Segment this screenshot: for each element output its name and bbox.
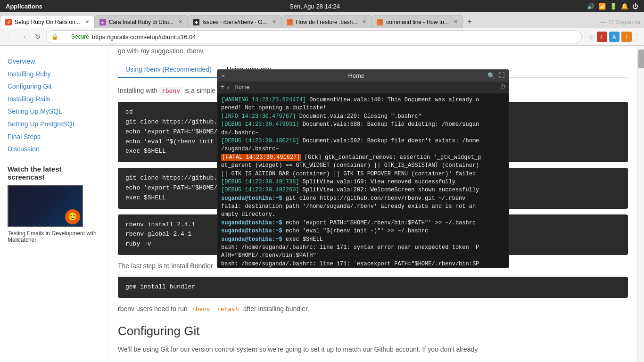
t-info-1: [INFO 14:23:30.479767]	[221, 113, 296, 120]
main-layout: Overview Installing Ruby Configuring Git…	[0, 46, 644, 362]
tab-gorails[interactable]: ⚡ Setup Ruby On Rails on... ✕	[0, 15, 94, 28]
tab-close-3[interactable]: ✕	[272, 19, 276, 25]
git-text: We'll be using Git for our version contr…	[118, 344, 628, 354]
browser-chrome: ⚡ Setup Ruby On Rails on... ✕ ◈ Cara Ins…	[0, 12, 644, 46]
new-tab-button[interactable]: +	[463, 15, 476, 28]
more-options-icon[interactable]: ⋮	[634, 33, 640, 41]
terminal-line-1: [WARNING 14:23:23.624474] DocumentView.v…	[221, 96, 505, 104]
install-text-1: Installing with	[118, 87, 157, 94]
terminal-line-10: || GTK_IS_ACTION_BAR (container) || GTK_…	[221, 170, 505, 178]
address-bar[interactable]: 🔒 Secure	[46, 30, 582, 43]
forward-button[interactable]: →	[18, 31, 29, 42]
terminal-line-13: suganda@toshiba:~$ git clone https://git…	[221, 195, 505, 203]
tab-close-4[interactable]: ✕	[362, 19, 366, 25]
main-content: go with my suggestion, rbenv. Using rben…	[108, 46, 637, 362]
wifi-icon[interactable]: 📶	[598, 3, 606, 10]
terminal-expand-icon[interactable]: ⛶	[499, 72, 505, 79]
terminal-left-icons: ✕	[221, 72, 225, 80]
sidebar-item-installing-rails[interactable]: Installing Rails	[8, 93, 100, 106]
terminal-new-tab-button[interactable]: +	[220, 83, 225, 91]
rehash-inline: rehash	[215, 305, 241, 313]
minimize-button[interactable]: —	[600, 18, 606, 25]
terminal-line-2: pened! Not opening a duplicate!	[221, 104, 505, 112]
ext-icon-3[interactable]: !	[621, 32, 632, 42]
power-icon[interactable]: ⏻	[632, 3, 638, 10]
tab-bar: ⚡ Setup Ruby On Rails on... ✕ ◈ Cara Ins…	[0, 12, 644, 28]
bookmark-icon[interactable]: ☆	[588, 33, 595, 41]
terminal-line-18: suganda@toshiba:~$ exec $SHELL	[221, 236, 505, 244]
terminal-body[interactable]: [WARNING 14:23:23.624474] DocumentView.v…	[217, 93, 509, 268]
tab-close-2[interactable]: ✕	[178, 19, 182, 25]
ext-icon-2[interactable]: A	[609, 32, 619, 42]
profile-label[interactable]: Suganda	[616, 18, 640, 25]
screencast-title: Watch the latest screencast	[8, 165, 100, 181]
page-scrollbar[interactable]	[637, 46, 644, 362]
terminal-line-6: [DEBUG 14:23:30.480216] Document.vala:69…	[221, 137, 505, 145]
terminal-title-bar: ✕ Home 🔍 ⛶	[217, 70, 509, 82]
back-button[interactable]: ←	[4, 31, 15, 42]
sidebar-nav: Overview Installing Ruby Configuring Git…	[8, 55, 100, 156]
terminal-close-button[interactable]: ✕	[221, 72, 225, 80]
sidebar-item-overview[interactable]: Overview	[8, 55, 100, 68]
screencast-thumb-inner: 😊	[8, 186, 82, 226]
tab-favicon-2: ◈	[99, 19, 106, 25]
terminal-line-12: [DEBUG 14:23:30.492260] SplitView.vala:2…	[221, 186, 505, 194]
tab-github-issues[interactable]: ◆ Issues · rbenv/rbenv · G... ✕	[188, 15, 281, 28]
sidebar: Overview Installing Ruby Configuring Git…	[0, 46, 108, 362]
secure-label: Secure	[71, 33, 89, 40]
scrollbar-thumb[interactable]	[638, 49, 644, 68]
tab-how-restore[interactable]: ❓ How do I restore .bash... ✕	[281, 15, 372, 28]
terminal-history-icon[interactable]: ⏱	[500, 84, 506, 91]
tab-favicon-5: ❓	[377, 19, 383, 25]
tab-cmdline[interactable]: ❓ command line - How to... ✕	[372, 15, 463, 28]
tab-cara-instal[interactable]: ◈ Cara Instal Ruby di Ubu... ✕	[94, 15, 188, 28]
screencast-avatar: 😊	[65, 209, 80, 224]
os-app-menu[interactable]: Applications	[6, 3, 42, 10]
rbenv-code-inline: rbenv	[159, 87, 182, 95]
sidebar-item-postgresql[interactable]: Setting Up PostgreSQL	[8, 118, 100, 131]
tab-bar-right-controls: — □ Suganda	[600, 15, 644, 28]
terminal-line-21: bash: /home/suganda/.bashrc: line 171: `…	[221, 260, 505, 268]
terminal-line-11: [DEBUG 14:23:30.491738] SplitView.vala:1…	[221, 178, 505, 186]
volume-icon[interactable]: 🔊	[587, 3, 594, 10]
intro-text: go with my suggestion, rbenv.	[118, 46, 628, 56]
browser-controls: ← → ↻ 🔒 Secure ☆ F A ! ⋮	[0, 28, 644, 45]
url-input[interactable]	[92, 33, 576, 41]
sidebar-item-installing-ruby[interactable]: Installing Ruby	[8, 68, 100, 81]
address-bar-wrapper: 🔒 Secure	[46, 30, 582, 43]
lock-icon: 🔒	[51, 33, 58, 40]
terminal-line-19: bash: /home/suganda/.bashrc: line 171: s…	[221, 244, 505, 252]
install-text-2: is a simple t	[184, 87, 219, 94]
ext-icon-1[interactable]: F	[597, 32, 607, 42]
t-prompt-2: suganda@toshiba:~$	[221, 220, 282, 226]
terminal-line-15: empty directory.	[221, 211, 505, 219]
bundler-text-2: rbenv users need to run rbenv rehash aft…	[118, 304, 628, 314]
notification-icon[interactable]: 🔔	[621, 3, 628, 10]
terminal-line-20: ATH="$HOME/.rbenv/bin:$PATH"'	[221, 252, 505, 260]
t-prompt-4: suganda@toshiba:~$	[221, 236, 282, 243]
terminal-line-4: [DEBUG 14:23:30.479931] Document.vala:68…	[221, 121, 505, 129]
sidebar-item-discussion[interactable]: Discussion	[8, 143, 100, 156]
battery-icon[interactable]: 🔋	[610, 3, 617, 10]
sidebar-item-final-steps[interactable]: Final Steps	[8, 131, 100, 143]
terminal-search-icon[interactable]: 🔍	[487, 72, 495, 80]
screencast-thumbnail[interactable]: 😊	[8, 185, 83, 227]
os-datetime: Sen, Agu 28 14:24	[289, 3, 340, 10]
tab-close-5[interactable]: ✕	[454, 19, 458, 25]
terminal-line-5: da/.bashrc~	[221, 129, 505, 137]
t-warn-1: [WARNING 14:23:23.624474]	[221, 97, 306, 103]
terminal-line-17: suganda@toshiba:~$ echo 'eval "$(rbenv i…	[221, 227, 505, 235]
terminal-line-3: [INFO 14:23:30.479767] Document.vala:229…	[221, 113, 505, 121]
reload-button[interactable]: ↻	[32, 31, 43, 42]
terminal-line-14: fatal: destination path '/home/suganda/.…	[221, 203, 505, 211]
sidebar-item-configuring-git[interactable]: Configuring Git	[8, 80, 100, 93]
tab-recommended[interactable]: Using rbenv (Recommended)	[118, 62, 219, 78]
tab-favicon-4: ❓	[287, 19, 293, 25]
git-heading: Configuring Git	[118, 324, 628, 338]
terminal-tab-home[interactable]: Home	[230, 82, 254, 92]
tab-favicon-3: ◆	[193, 19, 199, 25]
sidebar-item-mysql[interactable]: Setting Up MySQL	[8, 105, 100, 118]
maximize-button[interactable]: □	[609, 18, 613, 25]
tab-close-1[interactable]: ✕	[85, 19, 89, 25]
terminal-tab-close[interactable]: ✕	[227, 84, 230, 90]
